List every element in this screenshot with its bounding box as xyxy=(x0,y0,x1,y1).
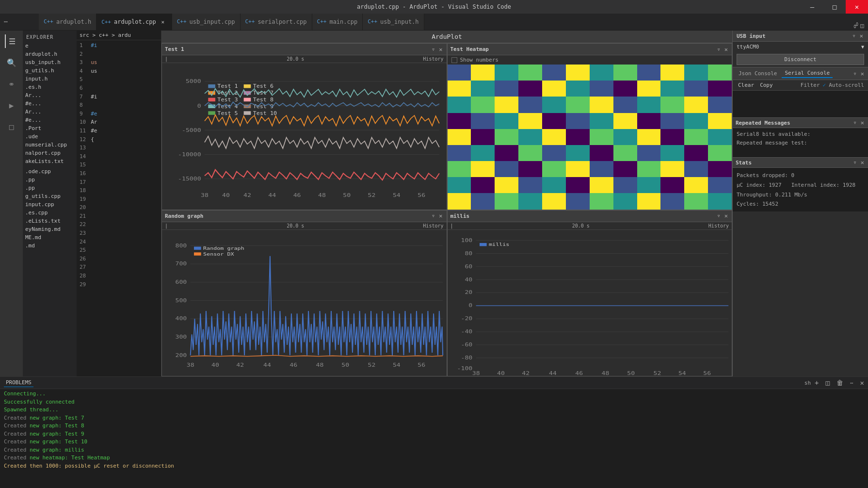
minimize-button[interactable]: – xyxy=(801,0,823,14)
sidebar-item[interactable]: .ude xyxy=(23,132,77,141)
svg-text:-40: -40 xyxy=(461,328,472,334)
svg-text:700: 700 xyxy=(176,261,187,267)
svg-rect-64 xyxy=(194,246,201,249)
test1-close-button[interactable]: ✕ xyxy=(438,46,443,53)
git-icon[interactable]: ⚭ xyxy=(5,77,18,91)
heatmap-cell xyxy=(590,161,613,177)
tab-close-button[interactable]: ✕ xyxy=(159,18,167,26)
line-numbers: 12345 678910 1112131415 1617181920 21222… xyxy=(77,40,89,376)
console-close-button[interactable]: ✕ xyxy=(860,70,865,77)
terminal-split-icon[interactable]: ◫ xyxy=(826,379,830,387)
tab-serialport-cpp[interactable]: C++ serialport.cpp xyxy=(241,14,312,30)
terminal-more-icon[interactable]: ⋯ xyxy=(850,380,853,386)
repeated-filter-icon[interactable]: ▿ xyxy=(852,119,858,126)
tab-usb-input-cpp[interactable]: C++ usb_input.cpp xyxy=(172,14,241,30)
problems-tab[interactable]: PROBLEMS xyxy=(4,378,33,387)
heatmap-cell xyxy=(708,161,732,177)
sidebar-item[interactable]: #e... xyxy=(23,116,77,124)
split-editor-icon[interactable]: ◫ xyxy=(860,22,864,29)
disconnect-button[interactable]: Disconnect xyxy=(737,54,864,65)
show-numbers-row: Show numbers xyxy=(448,55,732,65)
sidebar-item[interactable]: arduplot.h xyxy=(23,50,77,58)
sidebar-item[interactable]: .es.h xyxy=(23,83,77,91)
terminal-add-button[interactable]: + xyxy=(815,379,819,387)
svg-text:Test 8: Test 8 xyxy=(253,97,273,103)
close-button[interactable]: ✕ xyxy=(846,0,868,14)
serial-console-tab[interactable]: Serial Console xyxy=(782,69,833,78)
usb-title: USB input xyxy=(737,33,766,39)
heatmap-close-button[interactable]: ✕ xyxy=(723,46,729,53)
tab-usb-input-h[interactable]: C++ usb_input.h xyxy=(363,14,424,30)
heatmap-filter-icon[interactable]: ▿ xyxy=(716,46,722,53)
heatmap-cell xyxy=(448,177,471,193)
sidebar-item[interactable]: .eLists.txt xyxy=(23,217,77,225)
clear-button[interactable]: Clear xyxy=(737,81,755,89)
sidebar-item[interactable]: .pp xyxy=(23,184,77,192)
show-numbers-checkbox[interactable] xyxy=(451,57,457,63)
console-filter-icon[interactable]: ▿ xyxy=(852,70,858,77)
svg-text:300: 300 xyxy=(176,334,187,340)
sidebar-item[interactable]: .pp xyxy=(23,176,77,184)
heatmap-cell xyxy=(660,177,684,193)
svg-rect-20 xyxy=(208,84,215,88)
heatmap-cell xyxy=(660,161,684,177)
terminal-close-icon[interactable]: ✕ xyxy=(860,379,864,387)
sidebar-item[interactable]: nalport.cpp xyxy=(23,149,77,157)
millis-filter-icon[interactable]: ▿ xyxy=(716,212,722,219)
sidebar-item[interactable]: Ar... xyxy=(23,91,77,99)
sidebar-item[interactable]: .es.cpp xyxy=(23,209,77,217)
sidebar-item[interactable]: .Port xyxy=(23,124,77,132)
heatmap-cell xyxy=(590,113,613,129)
heatmap-cell xyxy=(613,65,637,81)
sidebar-item[interactable]: input.cpp xyxy=(23,200,77,209)
maximize-button[interactable]: □ xyxy=(823,0,846,14)
sidebar-item[interactable]: akeLists.txt xyxy=(23,157,77,165)
heatmap-cell xyxy=(518,113,542,129)
sidebar-item[interactable]: ME.md xyxy=(23,233,77,242)
terminal-trash-icon[interactable]: 🗑 xyxy=(836,379,843,387)
stats-close-button[interactable]: ✕ xyxy=(860,159,865,166)
debug-icon[interactable]: ▶ xyxy=(5,98,18,112)
sidebar-item[interactable]: .ode.cpp xyxy=(23,167,77,176)
svg-text:200: 200 xyxy=(176,352,187,358)
sidebar-item[interactable]: g_utils.h xyxy=(23,66,77,75)
random-close-button[interactable]: ✕ xyxy=(438,212,443,219)
explorer-icon[interactable]: ☰ xyxy=(5,34,18,48)
usb-controls: ▿ ✕ xyxy=(852,33,864,39)
heatmap-cell xyxy=(566,81,590,97)
heatmap-cell xyxy=(708,129,732,145)
tab-arduplot-cpp[interactable]: C++ arduplot.cpp ✕ xyxy=(96,14,172,30)
stats-filter-icon[interactable]: ▿ xyxy=(852,159,858,166)
more-dots-button[interactable]: ⋯ xyxy=(4,18,8,25)
sidebar-item[interactable]: eyNaming.md xyxy=(23,225,77,233)
sidebar-item[interactable]: usb_input.h xyxy=(23,58,77,66)
heatmap-cell xyxy=(708,113,732,129)
sidebar-item[interactable]: #e... xyxy=(23,99,77,108)
extensions-icon[interactable]: □ xyxy=(5,120,18,133)
sidebar-item[interactable]: g_utils.cpp xyxy=(23,192,77,200)
svg-text:-10000: -10000 xyxy=(178,151,201,158)
sidebar-item[interactable]: Ar... xyxy=(23,108,77,116)
random-filter-icon[interactable]: ▿ xyxy=(431,212,436,219)
tab-main-cpp[interactable]: C++ main.cpp xyxy=(312,14,363,30)
tab-arduplot-h[interactable]: C++ arduplot.h xyxy=(39,14,96,30)
tty-dropdown-icon[interactable]: ▼ xyxy=(861,44,864,49)
test1-filter-icon[interactable]: ▿ xyxy=(431,46,436,53)
json-console-tab[interactable]: Json Console xyxy=(736,69,780,78)
sidebar-item[interactable]: .md xyxy=(23,242,77,250)
log-line-connecting: Connecting... xyxy=(4,390,864,398)
layout-icon[interactable]: ☍ xyxy=(854,21,859,30)
sidebar-item[interactable]: numserial.cpp xyxy=(23,141,77,149)
heatmap-cell xyxy=(542,81,566,97)
sidebar-item[interactable]: e xyxy=(23,42,77,50)
sidebar-item[interactable]: input.h xyxy=(23,75,77,83)
heatmap-cell xyxy=(495,177,518,193)
search-icon[interactable]: 🔍 xyxy=(5,56,18,69)
copy-button[interactable]: Copy xyxy=(758,81,774,89)
usb-filter-icon[interactable]: ▿ xyxy=(852,33,857,39)
usb-close-button[interactable]: ✕ xyxy=(859,33,864,39)
repeated-close-button[interactable]: ✕ xyxy=(860,119,865,126)
millis-close-button[interactable]: ✕ xyxy=(723,212,729,219)
svg-text:54: 54 xyxy=(393,362,401,368)
heatmap-cell xyxy=(471,129,495,145)
